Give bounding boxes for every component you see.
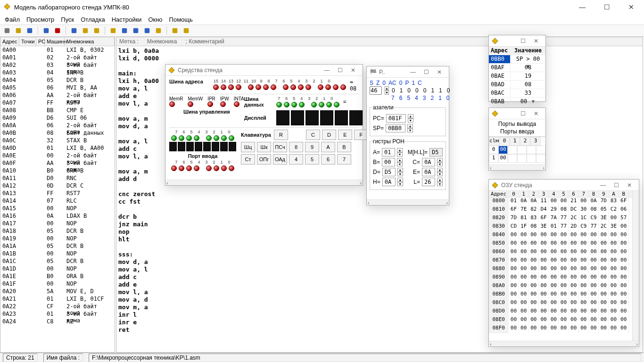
disasm-row[interactable]: 0A1900NOP: [0, 235, 115, 242]
lightning-icon[interactable]: [109, 26, 117, 35]
disasm-row[interactable]: 0A1C05DCR B: [0, 257, 115, 265]
keypad-key[interactable]: A: [321, 142, 335, 152]
col-machine[interactable]: Машинн: [45, 37, 65, 46]
disasm-row[interactable]: 0A0C32STAX B: [0, 137, 115, 144]
disasm-row[interactable]: 0A23013-ий байт кома: [0, 310, 115, 318]
ram-max[interactable]: ☐: [610, 182, 623, 189]
disasm-row[interactable]: 0A2101LXI B, 01CF: [0, 295, 115, 303]
disasm-row[interactable]: 0A10B0ORA B: [0, 167, 115, 174]
window-maximize-button[interactable]: ☐: [600, 3, 614, 11]
stack-row[interactable]: 0BB0SP > 00 ▲: [489, 55, 545, 64]
ram-row[interactable]: 08207D81836F7A772C1CC93E0057C: [489, 214, 639, 223]
stack-row[interactable]: 0BAC33: [489, 89, 545, 98]
stack-close[interactable]: ✕: [529, 38, 543, 44]
ram-hscroll[interactable]: ‹›: [489, 341, 639, 346]
ports-hscroll[interactable]: ‹›: [489, 165, 545, 170]
menu-6[interactable]: Помощь: [169, 16, 193, 23]
port-cell[interactable]: [527, 154, 536, 163]
disasm-row[interactable]: 0A205AMOV E, D: [0, 288, 115, 295]
reg-hscroll[interactable]: ‹›: [367, 199, 449, 205]
stack-row[interactable]: 0BAE19: [489, 72, 545, 81]
e-input[interactable]: [422, 168, 435, 176]
disasm-row[interactable]: 0A07FFRST7: [0, 99, 115, 107]
ram-row[interactable]: 0830CD1F083E01772DC9772C3E000: [489, 223, 639, 231]
ram-close[interactable]: ✕: [623, 182, 636, 189]
step-into-icon[interactable]: [120, 26, 129, 35]
disasm-row[interactable]: 0A1500NOP: [0, 205, 115, 212]
save-file-icon[interactable]: [25, 26, 34, 35]
b-input[interactable]: [382, 158, 395, 166]
port-cell[interactable]: 00: [498, 154, 508, 163]
d-input[interactable]: [382, 168, 396, 176]
col-mnemonic[interactable]: Мнемоника: [65, 37, 115, 46]
ram-row[interactable]: 0800010A0A11000021000A7D836F7: [489, 197, 639, 206]
ports-tab-out[interactable]: Порты вывода: [492, 121, 543, 127]
keypad-key[interactable]: 5: [305, 154, 319, 165]
sp-input[interactable]: [386, 124, 405, 132]
keypad-key[interactable]: ОАд: [273, 154, 287, 165]
keypad-key[interactable]: E: [338, 130, 352, 140]
window-close-button[interactable]: ✕: [624, 3, 638, 11]
keypad-key[interactable]: ПСч: [273, 142, 287, 152]
highlight-icon[interactable]: [92, 26, 101, 35]
disasm-row[interactable]: 0A1805DCR B: [0, 227, 115, 235]
disasm-row[interactable]: 0A160ALDAX B: [0, 212, 115, 220]
disasm-row[interactable]: 0A0506MVI B, AA: [0, 84, 115, 91]
ram-row[interactable]: 08700000000000000000000000000: [489, 257, 639, 265]
menu-4[interactable]: Настройки: [112, 16, 142, 23]
freq-input[interactable]: [370, 86, 382, 95]
keypad-key[interactable]: C: [306, 130, 320, 140]
pause-icon[interactable]: [154, 26, 163, 35]
stack-row[interactable]: 0BAB00 ▼: [489, 98, 545, 106]
reg-close[interactable]: ✕: [433, 69, 446, 75]
col-addr[interactable]: Адрес: [0, 37, 19, 46]
disasm-row[interactable]: 0A24C8RZ: [0, 318, 115, 325]
save-to-board-icon[interactable]: [42, 26, 50, 35]
port-cell[interactable]: 00: [498, 146, 508, 154]
ram-row[interactable]: 08B00000000000000000000000000: [489, 291, 639, 299]
ram-row[interactable]: 08400000000000000000000000000: [489, 231, 639, 240]
run-icon[interactable]: [143, 26, 151, 35]
keypad-key[interactable]: Ст: [241, 154, 255, 165]
port-cell[interactable]: [527, 146, 536, 154]
ports-max[interactable]: ☐: [516, 110, 529, 117]
disasm-row[interactable]: 0A0B08Байт данных: [0, 129, 115, 137]
ram-row[interactable]: 08D00000000000000000000000000: [489, 308, 639, 316]
ram-row[interactable]: 08106F7E82D42908DC300805C2060: [489, 206, 639, 214]
menu-5[interactable]: Окно: [148, 16, 162, 23]
ram-row[interactable]: 08500000000000000000000000000: [489, 240, 639, 248]
ram-icon[interactable]: [70, 26, 78, 35]
keypad-key[interactable]: D: [322, 130, 336, 140]
disasm-row[interactable]: 0A1EB0ORA B: [0, 272, 115, 280]
keypad-key[interactable]: 9: [305, 142, 319, 152]
reset-icon[interactable]: [53, 26, 62, 35]
a-input[interactable]: [382, 148, 395, 156]
keypad-key[interactable]: 6: [321, 154, 335, 165]
keypad-key[interactable]: 8: [289, 142, 303, 152]
disasm-row[interactable]: 0A0304INR B: [0, 69, 115, 76]
window-minimize-button[interactable]: —: [575, 3, 589, 11]
keypad-key[interactable]: R: [274, 130, 288, 140]
stack-row[interactable]: 0BAD08: [489, 81, 545, 89]
pc-input[interactable]: [386, 114, 406, 123]
disasm-row[interactable]: 0A1A05DCR B: [0, 242, 115, 250]
menu-1[interactable]: Просмотр: [26, 16, 54, 23]
col-bp[interactable]: Точки: [19, 37, 36, 46]
ram-vscroll[interactable]: [632, 191, 639, 341]
port-cell[interactable]: [517, 154, 527, 163]
disasm-row[interactable]: 0A0D01LXI B, AA00: [0, 144, 115, 152]
disasm-row[interactable]: 0A01022-ой байт кома: [0, 54, 115, 61]
ram-window[interactable]: ОЗУ стенда — ☐ ✕ Адрес0123456789ABC 0800…: [488, 179, 639, 347]
ram-row[interactable]: 08900000000000000000000000000: [489, 274, 639, 282]
disasm-row[interactable]: 0A08BBCMP E: [0, 107, 115, 114]
c-input[interactable]: [422, 158, 435, 166]
disasm-row[interactable]: 0A1D00NOP: [0, 265, 115, 272]
disasm-row[interactable]: 0A0405DCR B: [0, 76, 115, 84]
port-cell[interactable]: [536, 154, 545, 163]
disasm-row[interactable]: 0A1F00NOP: [0, 280, 115, 288]
disasm-row[interactable]: 0A0001LXI B, 0302: [0, 46, 115, 54]
ports-window[interactable]: ☐ ✕ Порты вывода Порты ввода clм01230001…: [488, 107, 546, 171]
ram-row[interactable]: 08600000000000000000000000000: [489, 248, 639, 257]
menu-3[interactable]: Отладка: [81, 16, 105, 23]
disasm-row[interactable]: 0A1700NOP: [0, 220, 115, 227]
